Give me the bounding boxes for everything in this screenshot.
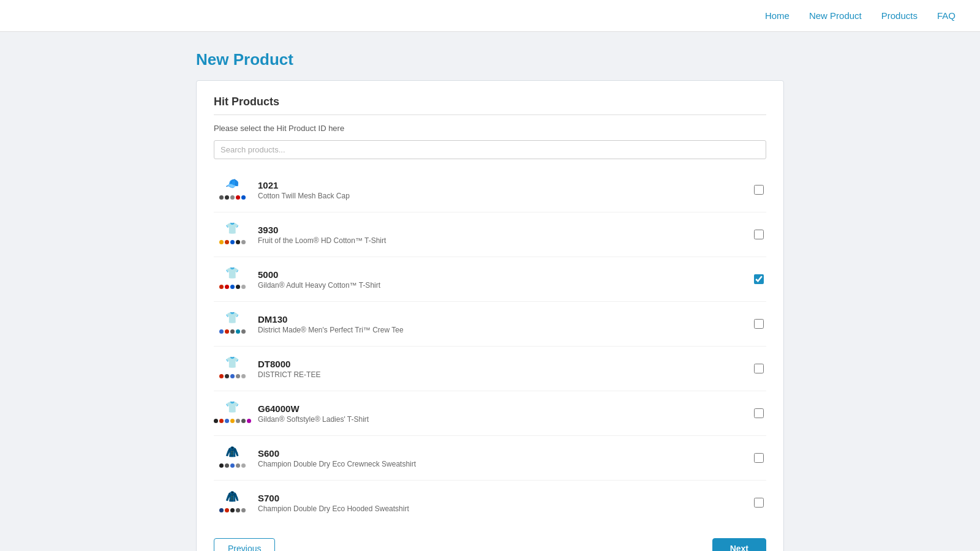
product-icon: 👕 [222, 353, 243, 372]
color-dot [230, 508, 235, 512]
next-button[interactable]: Next [712, 538, 766, 551]
product-thumbnail: 🧥 [216, 487, 248, 519]
product-info: 1021Cotton Twill Mesh Back Cap [258, 180, 754, 200]
color-dot [219, 419, 224, 423]
product-id: 1021 [258, 180, 754, 190]
product-item: 👕DM130District Made® Men's Perfect Tri™ … [214, 302, 766, 347]
product-checkbox[interactable] [754, 230, 764, 239]
color-dot [230, 463, 235, 468]
color-dot [241, 374, 246, 378]
product-checkbox[interactable] [754, 274, 764, 284]
product-thumbnail: 👕 [216, 308, 248, 340]
nav-link-new-product[interactable]: New Product [809, 10, 862, 21]
search-input[interactable] [214, 140, 766, 159]
nav-link-products[interactable]: Products [881, 10, 918, 21]
color-dot [219, 374, 224, 378]
nav-link-faq[interactable]: FAQ [937, 10, 956, 21]
color-dot [236, 240, 240, 244]
nav-links: HomeNew ProductProductsFAQ [765, 10, 956, 21]
product-id: S700 [258, 493, 754, 503]
product-checkbox[interactable] [754, 453, 764, 463]
navbar: HomeNew ProductProductsFAQ [0, 0, 980, 32]
page-wrapper: New Product Hit Products Please select t… [184, 32, 796, 551]
product-color-swatches [219, 508, 246, 512]
product-thumbnail: 👕 [216, 397, 248, 429]
product-list: 🧢1021Cotton Twill Mesh Back Cap👕3930Frui… [214, 168, 766, 525]
product-info: DT8000DISTRICT RE-TEE [258, 359, 754, 379]
color-dot [241, 463, 246, 468]
product-thumbnail: 🧢 [216, 174, 248, 206]
color-dot [225, 285, 229, 289]
page-title: New Product [196, 50, 784, 69]
color-dot [241, 285, 246, 289]
color-dot [225, 508, 229, 512]
color-dot [214, 419, 218, 423]
product-name: Champion Double Dry Eco Hooded Sweatshir… [258, 504, 754, 513]
color-dot [247, 419, 251, 423]
color-dot [241, 419, 246, 423]
color-dot [230, 329, 235, 334]
product-name: Fruit of the Loom® HD Cotton™ T-Shirt [258, 236, 754, 245]
product-info: S700Champion Double Dry Eco Hooded Sweat… [258, 493, 754, 513]
product-name: Cotton Twill Mesh Back Cap [258, 192, 754, 200]
product-id: DT8000 [258, 359, 754, 369]
color-dot [225, 195, 229, 200]
product-info: 5000Gildan® Adult Heavy Cotton™ T-Shirt [258, 269, 754, 290]
color-dot [236, 508, 240, 512]
previous-button[interactable]: Previous [214, 538, 275, 551]
color-dot [236, 374, 240, 378]
color-dot [230, 374, 235, 378]
nav-link-home[interactable]: Home [765, 10, 790, 21]
color-dot [225, 463, 229, 468]
color-dot [219, 195, 224, 200]
color-dot [236, 285, 240, 289]
color-dot [219, 329, 224, 334]
color-dot [230, 419, 235, 423]
product-id: 3930 [258, 225, 754, 235]
product-checkbox[interactable] [754, 408, 764, 418]
product-item: 🧢1021Cotton Twill Mesh Back Cap [214, 168, 766, 212]
card: Hit Products Please select the Hit Produ… [196, 80, 784, 551]
product-info: 3930Fruit of the Loom® HD Cotton™ T-Shir… [258, 225, 754, 245]
product-item: 👕3930Fruit of the Loom® HD Cotton™ T-Shi… [214, 212, 766, 257]
product-checkbox[interactable] [754, 498, 764, 508]
product-color-swatches [214, 419, 251, 423]
color-dot [241, 329, 246, 334]
product-name: DISTRICT RE-TEE [258, 370, 754, 379]
color-dot [236, 463, 240, 468]
product-color-swatches [219, 329, 246, 334]
card-footer: Previous Next [214, 538, 766, 551]
product-id: G64000W [258, 403, 754, 414]
color-dot [225, 240, 229, 244]
product-info: DM130District Made® Men's Perfect Tri™ C… [258, 314, 754, 334]
card-subtitle: Please select the Hit Product ID here [214, 124, 766, 133]
product-item: 🧥S600Champion Double Dry Eco Crewneck Sw… [214, 436, 766, 481]
color-dot [219, 285, 224, 289]
product-id: 5000 [258, 269, 754, 280]
color-dot [236, 419, 240, 423]
product-name: District Made® Men's Perfect Tri™ Crew T… [258, 326, 754, 334]
product-checkbox[interactable] [754, 319, 764, 329]
color-dot [219, 463, 224, 468]
product-item: 🧥S700Champion Double Dry Eco Hooded Swea… [214, 481, 766, 525]
product-checkbox[interactable] [754, 185, 764, 195]
color-dot [236, 329, 240, 334]
color-dot [225, 419, 229, 423]
product-checkbox[interactable] [754, 364, 764, 373]
product-item: 👕DT8000DISTRICT RE-TEE [214, 347, 766, 391]
product-info: S600Champion Double Dry Eco Crewneck Swe… [258, 448, 754, 468]
product-thumbnail: 👕 [216, 353, 248, 384]
product-color-swatches [219, 240, 246, 244]
product-name: Gildan® Softstyle® Ladies' T-Shirt [258, 415, 754, 424]
product-id: DM130 [258, 314, 754, 324]
color-dot [230, 195, 235, 200]
card-divider [214, 114, 766, 115]
product-icon: 🧥 [222, 487, 243, 506]
product-id: S600 [258, 448, 754, 459]
product-info: G64000WGildan® Softstyle® Ladies' T-Shir… [258, 403, 754, 424]
color-dot [230, 285, 235, 289]
product-icon: 👕 [222, 263, 243, 283]
color-dot [236, 195, 240, 200]
product-color-swatches [219, 285, 246, 289]
product-name: Gildan® Adult Heavy Cotton™ T-Shirt [258, 281, 754, 290]
